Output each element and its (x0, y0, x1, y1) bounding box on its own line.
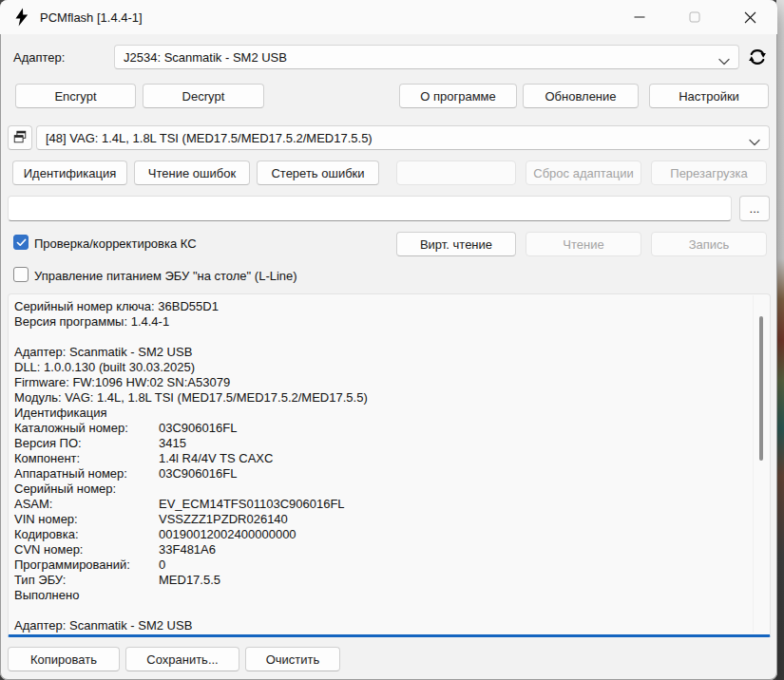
checksum-checkbox[interactable] (13, 235, 29, 250)
decrypt-button[interactable]: Decrypt (143, 84, 264, 108)
log-line: Тип ЭБУ:MED17.5.5 (14, 573, 770, 588)
adapter-label: Адаптер: (13, 50, 65, 65)
reset-adaptation-button: Сброс адаптации (526, 161, 641, 185)
read-button: Чтение (526, 232, 641, 256)
update-button[interactable]: Обновление (523, 84, 639, 108)
log-line: Выполнено (14, 588, 770, 603)
app-lightning-icon (12, 8, 31, 27)
desktop-wallpaper-sliver (776, 0, 784, 680)
module-combobox[interactable]: [48] VAG: 1.4L, 1.8L TSI (MED17.5/MED17.… (36, 125, 770, 150)
log-line: DLL: 1.0.0.130 (built 30.03.2025) (14, 360, 770, 375)
minimize-icon (634, 11, 645, 23)
log-line: Компонент:1.4l R4/4V TS CAXC (14, 451, 770, 466)
identification-button[interactable]: Идентификация (12, 161, 127, 185)
log-line: VIN номер:VSSZZZ1PZDR026140 (14, 512, 770, 527)
maximize-icon (689, 11, 700, 23)
log-line: Кодировка:00190012002400000000 (14, 527, 770, 542)
minimize-button[interactable] (612, 0, 667, 34)
log-output[interactable]: Серийный номер ключа: 36BD55D1Версия про… (8, 293, 771, 637)
adapter-combobox-value: J2534: Scanmatik - SM2 USB (124, 50, 287, 65)
settings-button[interactable]: Настройки (649, 84, 769, 108)
checksum-checkbox-label[interactable]: Проверка/корректировка КС (34, 236, 197, 251)
log-line: Аппаратный номер:03C906016FL (14, 466, 770, 482)
log-line: Версия программы: 1.4.4-1 (14, 314, 770, 330)
log-line: Адаптер: Scanmatik - SM2 USB (14, 345, 770, 360)
blank-button (396, 161, 516, 185)
save-button[interactable]: Сохранить... (125, 647, 239, 671)
about-button[interactable]: О программе (399, 84, 517, 108)
copy-button[interactable]: Копировать (8, 647, 120, 671)
maximize-button (667, 0, 722, 34)
log-line: Модуль: VAG: 1.4L, 1.8L TSI (MED17.5/MED… (14, 390, 770, 406)
read-errors-button[interactable]: Чтение ошибок (134, 161, 250, 185)
adapter-combobox[interactable]: J2534: Scanmatik - SM2 USB (114, 45, 739, 69)
erase-errors-button[interactable]: Стереть ошибки (257, 161, 379, 185)
log-line: Серийный номер: (14, 482, 770, 497)
log-line: Каталожный номер:03C906016FL (14, 421, 770, 436)
reboot-button: Перезагрузка (651, 161, 767, 185)
close-button[interactable] (722, 0, 777, 34)
refresh-icon (747, 54, 768, 70)
chevron-down-icon (749, 135, 760, 149)
log-line: ASAM:EV_ECM14TFS01103C906016FL (14, 497, 770, 512)
clear-button[interactable]: Очистить (245, 647, 340, 671)
write-button: Запись (651, 232, 767, 256)
log-scrollbar-thumb[interactable] (759, 316, 763, 461)
bench-power-checkbox[interactable] (13, 267, 29, 282)
encrypt-button[interactable]: Encrypt (15, 84, 136, 108)
checkmark-icon (16, 238, 27, 247)
log-content: Серийный номер ключа: 36BD55D1Версия про… (9, 294, 770, 633)
log-line: CVN номер:33F481A6 (14, 542, 770, 557)
module-select-button[interactable] (8, 125, 32, 150)
log-line: Версия ПО:3415 (14, 436, 770, 451)
close-icon (744, 11, 756, 24)
log-line (14, 603, 770, 618)
cascade-windows-icon (12, 129, 28, 147)
log-line: Firmware: FW:1096 HW:02 SN:A53079 (14, 375, 770, 390)
browse-button[interactable]: ... (739, 196, 770, 221)
log-line (14, 330, 770, 345)
module-combobox-value: [48] VAG: 1.4L, 1.8L TSI (MED17.5/MED17.… (46, 131, 373, 145)
bench-power-checkbox-label[interactable]: Управление питанием ЭБУ "на столе" (L-Li… (34, 269, 297, 283)
titlebar: PCMflash [1.4.4-1] (0, 0, 777, 34)
log-line: Адаптер: Scanmatik - SM2 USB (14, 618, 770, 633)
log-line: Программирований:0 (14, 557, 770, 573)
refresh-adapters-button[interactable] (747, 47, 768, 67)
window-title: PCMflash [1.4.4-1] (40, 10, 143, 25)
virtual-read-button[interactable]: Вирт. чтение (396, 232, 516, 256)
file-path-input[interactable] (8, 196, 732, 221)
pcmflash-window: PCMflash [1.4.4-1] Адаптер: J2534: (0, 0, 777, 680)
log-line: Идентификация (14, 406, 770, 421)
log-scrollbar[interactable] (753, 295, 769, 633)
caption-buttons (612, 0, 777, 34)
chevron-down-icon (718, 54, 730, 68)
log-line: Серийный номер ключа: 36BD55D1 (14, 299, 770, 314)
